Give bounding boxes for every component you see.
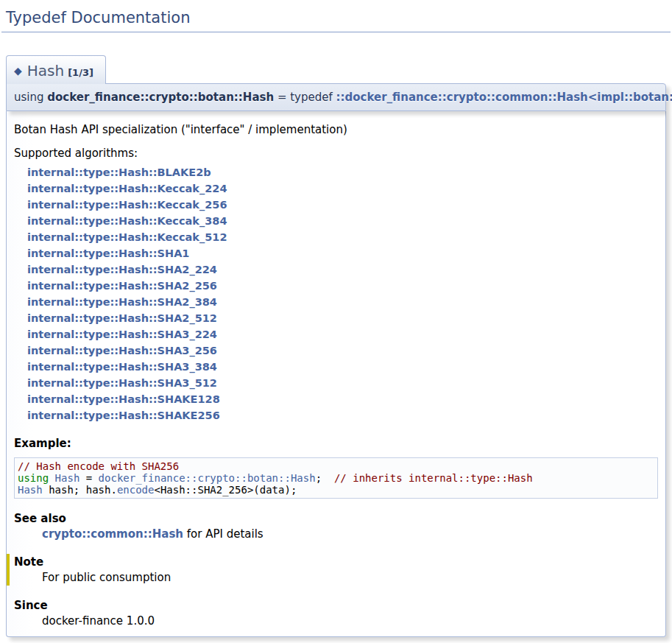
since-text: docker-finance 1.0.0: [42, 614, 658, 628]
see-also-link[interactable]: crypto::common::Hash: [42, 527, 183, 541]
code-link[interactable]: Hash: [18, 484, 43, 496]
algorithm-link[interactable]: internal::type::Hash::SHA2_384: [27, 294, 658, 310]
algorithm-link[interactable]: internal::type::Hash::SHA2_256: [27, 278, 658, 294]
brief-description: Botan Hash API specialization ("interfac…: [14, 123, 658, 136]
code-text: <Hash::SHA2_256>(data);: [154, 484, 297, 496]
algorithm-link[interactable]: internal::type::Hash::SHA3_224: [27, 326, 658, 342]
member-prototype: using docker_finance::crypto::botan::Has…: [6, 83, 666, 111]
algorithm-link[interactable]: internal::type::Hash::SHAKE256: [27, 407, 658, 424]
permalink-diamond-icon[interactable]: ◆: [14, 65, 22, 77]
code-link[interactable]: Hash: [55, 472, 80, 484]
code-text: =: [79, 472, 98, 484]
page-title: Typedef Documentation: [1, 6, 671, 32]
algorithm-link[interactable]: internal::type::Hash::SHA3_512: [27, 375, 658, 391]
example-label: Example:: [14, 437, 658, 450]
code-link[interactable]: docker_finance::crypto::botan::Hash: [99, 472, 316, 484]
algorithm-link[interactable]: internal::type::Hash::SHA1: [27, 245, 658, 261]
code-comment: // Hash encode with SHA256: [18, 460, 179, 472]
see-also-content: crypto::common::Hash for API details: [42, 527, 658, 541]
code-link[interactable]: encode: [117, 484, 155, 496]
see-also-section: See also crypto::common::Hash for API de…: [14, 512, 658, 541]
algorithm-link[interactable]: internal::type::Hash::Keccak_256: [27, 197, 658, 213]
code-line: Hash hash; hash.encode<Hash::SHA2_256>(d…: [18, 484, 654, 496]
algorithm-link[interactable]: internal::type::Hash::BLAKE2b: [27, 164, 658, 180]
since-section: Since docker-finance 1.0.0: [14, 599, 658, 628]
member-tab-title: Hash: [27, 62, 64, 80]
typedef-documentation-page: Typedef Documentation ◆Hash[1/3] using d…: [0, 0, 672, 637]
example-section: Example:: [14, 437, 658, 450]
proto-using-keyword: using: [14, 91, 47, 104]
code-text: ;: [316, 472, 334, 484]
member-documentation: Botan Hash API specialization ("interfac…: [6, 111, 666, 637]
algorithm-link[interactable]: internal::type::Hash::SHA2_512: [27, 310, 658, 326]
since-label: Since: [14, 599, 658, 612]
member-item-hash: ◆Hash[1/3] using docker_finance::crypto:…: [6, 32, 666, 637]
code-text: [49, 472, 54, 484]
algorithm-link[interactable]: internal::type::Hash::SHA3_384: [27, 359, 658, 375]
note-text: For public consumption: [42, 571, 658, 584]
proto-typedef-name: docker_finance::crypto::botan::Hash: [47, 91, 274, 104]
code-keyword: using: [18, 472, 49, 484]
member-tab-index: [1/3]: [68, 67, 93, 78]
note-section: Note For public consumption: [7, 554, 658, 586]
see-also-label: See also: [14, 512, 658, 525]
see-also-suffix: for API details: [183, 527, 264, 541]
algorithm-list: internal::type::Hash::BLAKE2binternal::t…: [27, 164, 658, 424]
note-label: Note: [14, 555, 658, 569]
algorithm-link[interactable]: internal::type::Hash::SHA3_256: [27, 342, 658, 359]
code-comment: // inherits internal::type::Hash: [334, 472, 533, 484]
code-line: using Hash = docker_finance::crypto::bot…: [18, 472, 654, 484]
code-fragment: // Hash encode with SHA256using Hash = d…: [14, 457, 658, 499]
algorithm-link[interactable]: internal::type::Hash::SHA2_224: [27, 261, 658, 278]
member-tab: ◆Hash[1/3]: [6, 55, 106, 84]
member-body: using docker_finance::crypto::botan::Has…: [6, 83, 666, 637]
algorithm-link[interactable]: internal::type::Hash::Keccak_224: [27, 180, 658, 197]
proto-equals-typedef: = typedef: [274, 91, 336, 104]
algorithm-link[interactable]: internal::type::Hash::SHAKE128: [27, 391, 658, 407]
code-text: hash; hash.: [43, 484, 117, 496]
algorithm-link[interactable]: internal::type::Hash::Keccak_384: [27, 213, 658, 229]
algorithms-label: Supported algorithms:: [14, 147, 658, 160]
proto-target-type-link[interactable]: ::docker_finance::crypto::common::Hash<i…: [336, 91, 672, 104]
code-line: // Hash encode with SHA256: [18, 460, 654, 472]
algorithm-link[interactable]: internal::type::Hash::Keccak_512: [27, 229, 658, 245]
